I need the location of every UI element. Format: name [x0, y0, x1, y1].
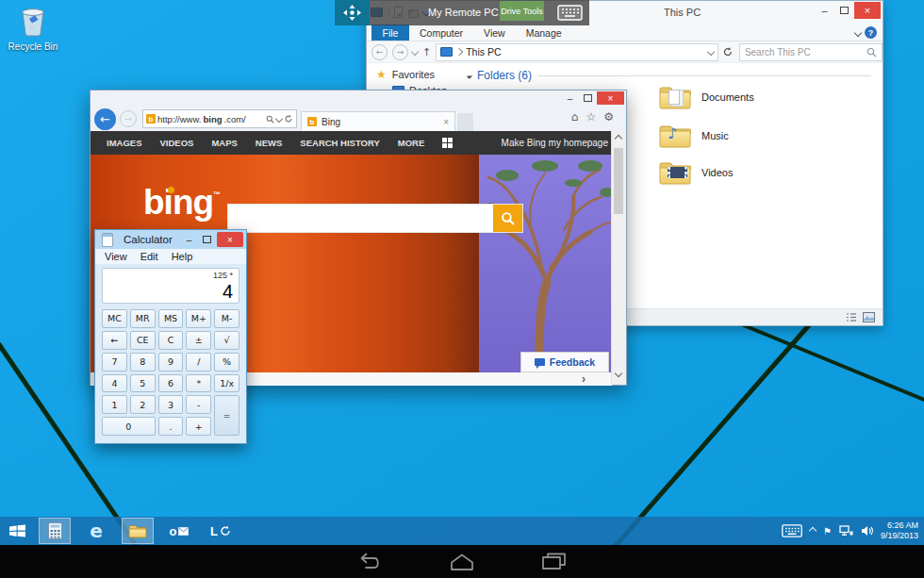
scroll-down-icon[interactable] [615, 370, 622, 377]
show-hidden-icons-chevron[interactable] [809, 527, 817, 535]
minimize-button[interactable]: – [815, 2, 834, 19]
settings-gear-icon[interactable]: ⚙ [603, 110, 614, 124]
bing-search-button[interactable] [493, 205, 522, 232]
key-c[interactable]: C [158, 331, 184, 350]
menu-help[interactable]: Help [172, 251, 193, 262]
key-sqrt[interactable]: √ [214, 331, 239, 350]
remote-pan-button[interactable] [335, 0, 370, 25]
minimize-button[interactable]: – [561, 91, 579, 105]
touch-keyboard-icon[interactable] [782, 524, 802, 537]
refresh-icon[interactable] [284, 114, 293, 124]
maximize-button[interactable] [579, 91, 597, 105]
refresh-icon[interactable] [722, 46, 734, 58]
key-mr[interactable]: MR [130, 309, 156, 328]
tab-manage[interactable]: Manage [516, 27, 572, 39]
recent-locations-icon[interactable] [411, 48, 419, 56]
key-m-minus[interactable]: M- [214, 309, 239, 328]
start-button[interactable] [0, 517, 34, 545]
close-button[interactable]: × [217, 232, 243, 247]
bing-nav-maps[interactable]: MAPS [211, 138, 237, 148]
scrollbar-thumb[interactable] [614, 148, 623, 214]
taskbar-explorer-button[interactable] [122, 518, 154, 544]
key-5[interactable]: 5 [130, 374, 156, 393]
menu-edit[interactable]: Edit [140, 251, 158, 262]
address-dropdown-icon[interactable] [275, 115, 283, 123]
key-9[interactable]: 9 [158, 353, 184, 372]
close-button[interactable]: × [597, 91, 624, 105]
folder-tile-documents[interactable]: Documents [659, 84, 754, 109]
action-center-flag-icon[interactable]: ⚑ [823, 526, 832, 537]
key-minus[interactable]: - [186, 395, 211, 414]
bing-nav-news[interactable]: NEWS [256, 138, 283, 148]
key-ce[interactable]: CE [130, 331, 156, 350]
bing-apps-tiles-icon[interactable] [442, 138, 453, 148]
new-tab-button[interactable] [457, 113, 473, 131]
up-button[interactable]: ↑ [422, 46, 431, 58]
bing-search-input[interactable] [228, 205, 493, 232]
tab-view[interactable]: View [473, 27, 516, 39]
feedback-button[interactable]: Feedback [520, 352, 609, 372]
close-button[interactable]: × [854, 2, 881, 19]
address-dropdown-icon[interactable] [707, 48, 715, 56]
address-box[interactable]: This PC [436, 43, 718, 61]
key-decimal[interactable]: . [158, 417, 184, 436]
android-home-icon[interactable] [449, 552, 475, 571]
scroll-up-icon[interactable] [615, 135, 622, 142]
keyboard-button-icon[interactable] [557, 5, 583, 21]
key-ms[interactable]: MS [158, 309, 184, 328]
search-icon[interactable] [266, 115, 274, 124]
key-equals[interactable]: = [214, 395, 239, 436]
ie-address-bar[interactable]: b http://www.bing.com/ [142, 109, 297, 128]
taskbar-ie-button[interactable]: e [80, 518, 112, 544]
key-reciprocal[interactable]: 1/x [214, 374, 239, 393]
maximize-button[interactable] [834, 2, 854, 19]
key-mc[interactable]: MC [102, 309, 127, 328]
taskbar-calculator-button[interactable] [39, 518, 71, 544]
menu-view[interactable]: View [105, 251, 127, 262]
key-2[interactable]: 2 [130, 395, 156, 414]
forward-button[interactable]: → [392, 44, 408, 60]
next-image-arrow[interactable]: › [582, 374, 586, 384]
recycle-bin[interactable]: Recycle Bin [7, 5, 59, 52]
back-button[interactable]: ← [371, 44, 388, 60]
bing-nav-images[interactable]: IMAGES [107, 138, 141, 148]
search-input[interactable]: Search This PC [739, 43, 883, 61]
volume-icon[interactable] [861, 525, 873, 537]
bing-nav-more[interactable]: MORE [398, 138, 425, 148]
key-multiply[interactable]: * [186, 374, 211, 393]
browser-tab-bing[interactable]: b Bing × [301, 111, 455, 132]
collapse-group-icon[interactable] [467, 73, 472, 78]
key-plus[interactable]: + [186, 417, 211, 436]
taskbar-clock[interactable]: 6:26 AM 9/19/2013 [881, 520, 918, 541]
taskbar-outlook-button[interactable]: o [163, 518, 195, 544]
bing-nav-videos[interactable]: VIDEOS [159, 138, 193, 148]
details-view-icon[interactable] [846, 312, 857, 322]
folder-tile-music[interactable]: ♪ Music [659, 123, 729, 148]
make-bing-homepage-link[interactable]: Make Bing my homepage [502, 138, 608, 148]
key-0[interactable]: 0 [102, 417, 156, 436]
key-backspace[interactable]: ← [102, 331, 127, 350]
key-negate[interactable]: ± [186, 331, 211, 350]
bing-nav-search-history[interactable]: SEARCH HISTORY [300, 138, 379, 148]
drive-tools-contextual-tab[interactable]: Drive Tools [500, 1, 544, 21]
key-7[interactable]: 7 [102, 353, 127, 372]
key-m-plus[interactable]: M+ [186, 309, 211, 328]
ie-forward-button[interactable]: → [120, 110, 137, 127]
maximize-button[interactable] [199, 233, 215, 247]
ie-back-button[interactable]: ← [94, 108, 116, 130]
taskbar-lync-button[interactable]: L [205, 518, 237, 544]
home-icon[interactable]: ⌂ [571, 110, 579, 124]
favorites-star-icon[interactable]: ☆ [586, 110, 596, 124]
key-divide[interactable]: / [186, 353, 211, 372]
network-icon[interactable] [839, 525, 853, 537]
key-6[interactable]: 6 [158, 374, 184, 393]
large-icons-view-icon[interactable] [863, 312, 875, 322]
key-3[interactable]: 3 [158, 395, 184, 414]
key-4[interactable]: 4 [102, 374, 127, 393]
key-8[interactable]: 8 [130, 353, 156, 372]
minimize-button[interactable]: – [181, 233, 197, 247]
folder-tile-videos[interactable]: Videos [659, 159, 733, 185]
tab-close-icon[interactable]: × [443, 117, 449, 127]
tab-computer[interactable]: Computer [409, 27, 473, 39]
ie-scrollbar[interactable] [611, 131, 626, 385]
